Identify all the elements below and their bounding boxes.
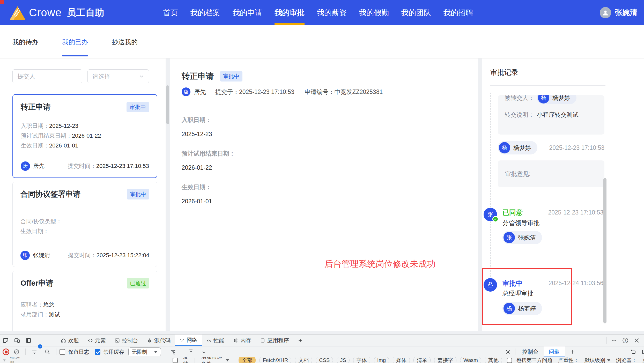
approval-step: 总经理审批: [502, 289, 534, 298]
submitter-name: 唐先: [194, 88, 206, 96]
devtools-tab-memory[interactable]: 内存: [229, 335, 256, 346]
more-filters-dropdown[interactable]: 增加筛选条件: [201, 357, 222, 363]
devtools-tab-elements[interactable]: 元素: [83, 335, 110, 346]
invert-checkbox[interactable]: [173, 358, 178, 363]
approval-step: 分管领导审批: [502, 219, 540, 227]
severity-dropdown[interactable]: 默认级别: [584, 357, 610, 363]
submit-time: 2025-12-23 15:22:04: [97, 252, 149, 258]
timeline-scrollbar[interactable]: [603, 178, 606, 323]
record-network-icon[interactable]: [3, 349, 9, 355]
nav-my-attendance[interactable]: 我的假勤: [359, 0, 389, 25]
browser-value[interactable]: 桌面: [642, 357, 644, 363]
approval-record-title: 审批记录: [490, 68, 518, 77]
field-label: 生效日期：: [182, 183, 235, 191]
drawer-tab-issues[interactable]: 问题: [544, 346, 565, 357]
comment-card: 审批意见:: [498, 160, 604, 187]
devtools-tab-performance[interactable]: 性能: [202, 335, 229, 346]
more-options-icon[interactable]: [608, 335, 620, 346]
drawer-dock-icon[interactable]: [639, 346, 644, 357]
nav-my-approvals[interactable]: 我的审批: [275, 0, 305, 25]
throttling-value: 无限制: [132, 349, 147, 355]
filter-chip-socket[interactable]: 套接字: [434, 357, 456, 363]
tab-cc-to-me[interactable]: 抄送我的: [112, 25, 138, 58]
code-icon: [88, 338, 93, 343]
list-scrollbar[interactable]: [166, 85, 169, 124]
dock-side-icon[interactable]: [23, 335, 34, 346]
list-filters: 请选择: [12, 69, 149, 83]
nav-my-team[interactable]: 我的团队: [401, 0, 431, 25]
search-icon[interactable]: [42, 346, 53, 357]
tab-label: 控制台: [122, 337, 138, 344]
filter-chip-media[interactable]: 媒体: [393, 357, 410, 363]
request-cards: 转正申请 审批中 入职日期：2025-12-23 预计试用结束日期：2026-0…: [12, 94, 157, 331]
tab-label: 源代码: [154, 337, 171, 344]
status-select[interactable]: 请选择: [87, 69, 149, 83]
filter-chip-img[interactable]: Img: [374, 357, 389, 363]
network-conditions-icon[interactable]: [167, 346, 179, 357]
filter-chip-wasm[interactable]: Wasm: [460, 357, 481, 363]
tab-my-todo[interactable]: 我的待办: [12, 25, 38, 58]
import-har-icon[interactable]: [185, 346, 197, 357]
filter-icon[interactable]: ×: [29, 346, 40, 357]
chevron-down-icon: [139, 74, 144, 79]
filter-chip-xhr[interactable]: Fetch/XHR: [259, 357, 291, 363]
pending-node-stamp: [484, 278, 497, 292]
assignee-pill[interactable]: 张 张婉清: [502, 231, 542, 244]
submitter-input[interactable]: [12, 69, 82, 83]
filter-chip-doc[interactable]: 文档: [295, 357, 312, 363]
preserve-log-checkbox[interactable]: [60, 349, 65, 355]
help-icon[interactable]: ?: [620, 335, 631, 346]
nav-my-recruiting[interactable]: 我的招聘: [443, 0, 473, 25]
nav-my-requests[interactable]: 我的申请: [232, 0, 262, 25]
filter-input[interactable]: 筛选器: [10, 357, 20, 363]
devtools-tab-console[interactable]: 控制台: [110, 335, 143, 346]
devtools-tab-sources[interactable]: 源代码: [143, 335, 175, 346]
inspect-element-icon[interactable]: [0, 335, 11, 346]
drawer-refresh-icon[interactable]: [627, 346, 639, 357]
devtools-tabbar: 欢迎 元素 控制台 源代码 网络: [0, 335, 644, 346]
export-har-icon[interactable]: [198, 346, 210, 357]
devtools-tab-application[interactable]: 应用程序: [256, 335, 293, 346]
issues-toolbar: 包括第三方问题 严重性： 默认级别 浏览器： 桌面: [502, 357, 644, 363]
assignee-pill[interactable]: 杨 杨梦婷: [502, 302, 542, 315]
nav-home[interactable]: 首页: [163, 0, 178, 25]
filter-chip-css[interactable]: CSS: [316, 357, 333, 363]
device-toolbar-icon[interactable]: [11, 335, 23, 346]
nav-my-profile[interactable]: 我的档案: [190, 0, 220, 25]
third-party-checkbox[interactable]: [507, 358, 512, 363]
approver-pill[interactable]: 杨 杨梦婷: [498, 141, 537, 154]
devtools-tab-network[interactable]: 网络: [175, 335, 202, 346]
request-card-regularization[interactable]: 转正申请 审批中 入职日期：2025-12-23 预计试用结束日期：2026-0…: [12, 94, 157, 178]
filter-chip-font[interactable]: 字体: [353, 357, 370, 363]
brand-name: Crowe: [29, 6, 62, 19]
request-card-contract[interactable]: 合同协议签署申请 审批中 合同/协议类型： 生效日期： 张 张婉清 提交时间：2…: [12, 182, 157, 267]
devtools-tab-welcome[interactable]: 欢迎: [56, 335, 83, 346]
tab-label: 应用程序: [267, 337, 289, 344]
close-devtools-icon[interactable]: [631, 335, 642, 346]
filter-chip-all[interactable]: 全部: [239, 357, 256, 363]
drawer-tab-console[interactable]: 控制台: [517, 346, 544, 357]
network-filterbar: 筛选器 反转 增加筛选条件 全部 Fetch/XHR 文档 CSS JS 字体 …: [0, 357, 502, 363]
filter-chip-other[interactable]: 其他: [485, 357, 502, 363]
filter-badge: ×: [38, 344, 42, 349]
transferee-pill[interactable]: 杨 杨梦婷: [537, 95, 576, 104]
drawer-more-tabs[interactable]: [565, 346, 580, 357]
tab-my-done[interactable]: 我的已办: [62, 25, 88, 58]
submitter-name: 张婉清: [33, 251, 50, 259]
request-card-offer[interactable]: Offer申请 已通过 应聘者：悠悠 录用部门：测试: [12, 271, 157, 331]
throttling-select[interactable]: 无限制: [128, 347, 161, 356]
filter-chip-manifest[interactable]: 清单: [413, 357, 431, 363]
detail-meta: 唐 唐先 提交于：2025-12-23 17:10:53 申请编号：中竞发ZZ2…: [182, 87, 389, 96]
drawer-settings-icon[interactable]: [502, 346, 514, 357]
submitted-time: 2025-12-23 17:10:53: [239, 88, 294, 95]
submit-time-label: 提交时间：: [68, 252, 97, 258]
request-list-panel: 请选择 转正申请 审批中 入职日期：2025-12-23 预计试用结束日期：20…: [0, 58, 166, 331]
filter-chip-js[interactable]: JS: [337, 357, 349, 363]
user-menu[interactable]: 张婉清: [600, 0, 637, 25]
disable-cache-checkbox[interactable]: [95, 349, 100, 355]
clear-network-icon[interactable]: [11, 346, 22, 357]
more-tabs-button[interactable]: [293, 335, 307, 346]
nav-my-salary[interactable]: 我的薪资: [317, 0, 347, 25]
card-title: 转正申请: [21, 102, 51, 112]
submit-time: 2025-12-23 17:10:53: [96, 163, 149, 169]
